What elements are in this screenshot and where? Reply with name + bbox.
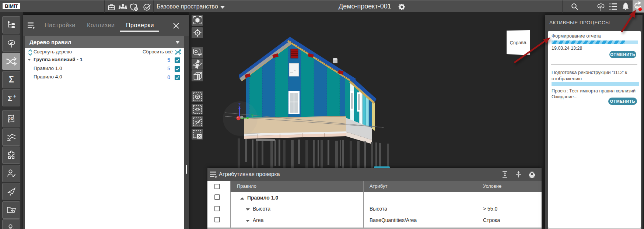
svg-text:10: 10 xyxy=(636,6,639,9)
svg-text:Y: Y xyxy=(251,113,254,117)
svg-text:+: + xyxy=(13,93,16,99)
svg-text:Σ: Σ xyxy=(9,75,14,84)
svg-text:Справа: Справа xyxy=(510,39,526,46)
svg-text:2D: 2D xyxy=(8,116,14,121)
svg-text:Σ: Σ xyxy=(7,94,12,102)
svg-text:Z: Z xyxy=(238,103,241,107)
